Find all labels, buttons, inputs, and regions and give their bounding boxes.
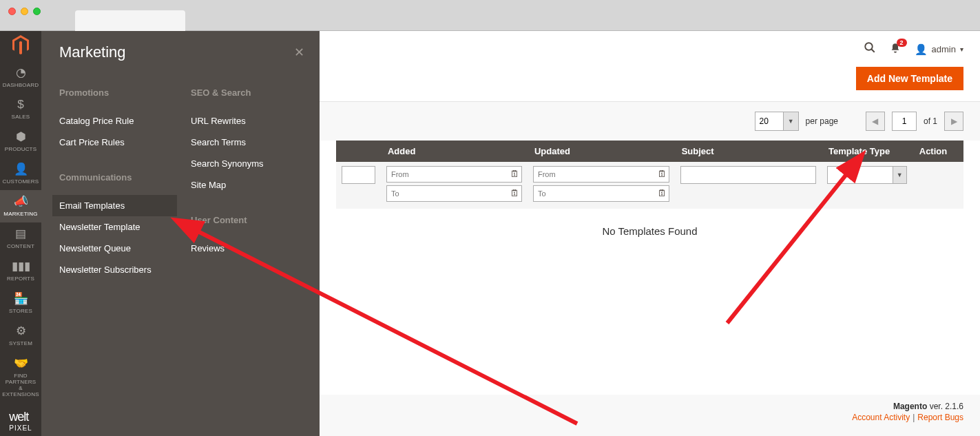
grid-toolbar: ▼ per page ◀ of 1 ▶ (320, 102, 980, 141)
dashboard-icon: ◔ (0, 65, 41, 80)
nav-reports[interactable]: ▮▮▮REPORTS (0, 255, 41, 287)
col-action: Action (913, 141, 963, 162)
layout-icon: ▤ (0, 227, 41, 241)
templates-grid: Added Updated Subject Template Type Acti… (336, 141, 963, 253)
nav-content[interactable]: ▤CONTENT (0, 222, 41, 255)
submenu-link-reviews[interactable]: Reviews (191, 238, 302, 259)
maximize-window-icon[interactable] (33, 8, 41, 15)
nav-marketing[interactable]: 📣MARKETING (0, 190, 41, 222)
filter-updated-to[interactable] (533, 185, 669, 202)
nav-find-partners[interactable]: 🤝FIND PARTNERS & EXTENSIONS (0, 352, 41, 403)
notifications-icon[interactable]: 2 (890, 43, 901, 56)
calendar-icon[interactable]: 🗓 (510, 188, 519, 198)
col-added[interactable]: Added (381, 141, 528, 162)
nav-sales[interactable]: $SALES (0, 94, 41, 125)
dollar-icon: $ (0, 98, 41, 112)
svg-point-0 (865, 43, 873, 50)
footer-version: ver. 2.1.6 (930, 402, 963, 411)
submenu-link-cart-price-rules[interactable]: Cart Price Rules (59, 132, 170, 153)
brand-footer: weltPIXEL (9, 403, 32, 436)
username-label: admin (932, 44, 956, 54)
submenu-panel: Marketing ✕ Promotions Catalog Price Rul… (41, 31, 320, 436)
filter-updated-from[interactable] (533, 166, 669, 183)
page-total-label: of 1 (924, 116, 937, 126)
chevron-down-icon: ▾ (960, 45, 963, 53)
per-page-label: per page (806, 116, 838, 126)
window-controls (8, 8, 41, 15)
add-new-template-button[interactable]: Add New Template (856, 67, 963, 90)
current-page-input[interactable] (892, 112, 917, 131)
chevron-down-icon: ▼ (893, 167, 906, 183)
main-content: 2 👤 admin ▾ Add New Template ▼ per page … (320, 31, 980, 436)
calendar-icon[interactable]: 🗓 (658, 169, 667, 179)
chevron-down-icon[interactable]: ▼ (784, 112, 799, 131)
submenu-link-search-synonyms[interactable]: Search Synonyms (191, 153, 302, 174)
submenu-link-newsletter-queue[interactable]: Newsletter Queue (59, 238, 170, 259)
filter-template-type-select[interactable]: ▼ (827, 166, 907, 184)
cube-icon: ⬢ (0, 129, 41, 144)
calendar-icon[interactable]: 🗓 (658, 188, 667, 198)
filter-subject-input[interactable] (680, 166, 816, 184)
submenu-link-newsletter-template[interactable]: Newsletter Template (59, 216, 170, 238)
filter-added-to[interactable] (386, 185, 522, 202)
topbar: 2 👤 admin ▾ (320, 31, 980, 64)
col-template-type[interactable]: Template Type (822, 141, 913, 162)
magento-logo-icon[interactable] (12, 35, 30, 54)
minimize-window-icon[interactable] (21, 8, 28, 15)
submenu-heading-seo: SEO & Search (191, 87, 302, 98)
close-icon[interactable]: ✕ (294, 45, 304, 60)
nav-customers[interactable]: 👤CUSTOMERS (0, 158, 41, 190)
search-icon[interactable] (864, 41, 876, 57)
close-window-icon[interactable] (8, 8, 16, 15)
filter-id-input[interactable] (342, 166, 375, 184)
page-size-select[interactable]: ▼ (755, 112, 799, 131)
svg-line-1 (871, 49, 875, 52)
submenu-heading-user-content: User Content (191, 215, 302, 225)
prev-page-button[interactable]: ◀ (866, 112, 885, 131)
person-icon: 👤 (0, 162, 41, 176)
submenu-link-email-templates[interactable]: Email Templates (52, 195, 177, 216)
submenu-link-url-rewrites[interactable]: URL Rewrites (191, 110, 302, 132)
nav-dashboard[interactable]: ◔DASHBOARD (0, 61, 41, 94)
account-activity-link[interactable]: Account Activity (852, 413, 910, 422)
filter-added-from[interactable] (386, 166, 522, 183)
submenu-heading-promotions: Promotions (59, 87, 170, 98)
col-updated[interactable]: Updated (528, 141, 675, 162)
footer-product: Magento (893, 402, 927, 411)
notification-badge: 2 (897, 39, 907, 47)
bar-chart-icon: ▮▮▮ (0, 259, 41, 273)
submenu-title: Marketing (59, 43, 302, 61)
submenu-heading-communications: Communications (59, 172, 170, 183)
browser-tab[interactable] (75, 10, 185, 31)
gear-icon: ⚙ (0, 324, 41, 338)
submenu-link-site-map[interactable]: Site Map (191, 174, 302, 196)
user-icon: 👤 (915, 43, 928, 56)
nav-system[interactable]: ⚙SYSTEM (0, 320, 41, 352)
megaphone-icon: 📣 (0, 194, 41, 209)
page-footer: Magento ver. 2.1.6 Account Activity|Repo… (320, 395, 980, 436)
submenu-link-catalog-price-rule[interactable]: Catalog Price Rule (59, 110, 170, 132)
col-subject[interactable]: Subject (675, 141, 822, 162)
submenu-link-search-terms[interactable]: Search Terms (191, 132, 302, 153)
submenu-link-newsletter-subscribers[interactable]: Newsletter Subscribers (59, 259, 170, 280)
next-page-button[interactable]: ▶ (944, 112, 963, 131)
calendar-icon[interactable]: 🗓 (510, 169, 519, 179)
action-bar: Add New Template (320, 64, 980, 102)
empty-message: No Templates Found (336, 209, 963, 253)
report-bugs-link[interactable]: Report Bugs (917, 413, 963, 422)
store-icon: 🏪 (0, 291, 41, 306)
nav-stores[interactable]: 🏪STORES (0, 287, 41, 320)
nav-products[interactable]: ⬢PRODUCTS (0, 125, 41, 158)
browser-chrome (0, 0, 980, 31)
user-menu[interactable]: 👤 admin ▾ (915, 43, 963, 56)
left-nav: ◔DASHBOARD $SALES ⬢PRODUCTS 👤CUSTOMERS 📣… (0, 31, 41, 436)
page-size-input[interactable] (755, 112, 784, 131)
handshake-icon: 🤝 (0, 356, 41, 371)
